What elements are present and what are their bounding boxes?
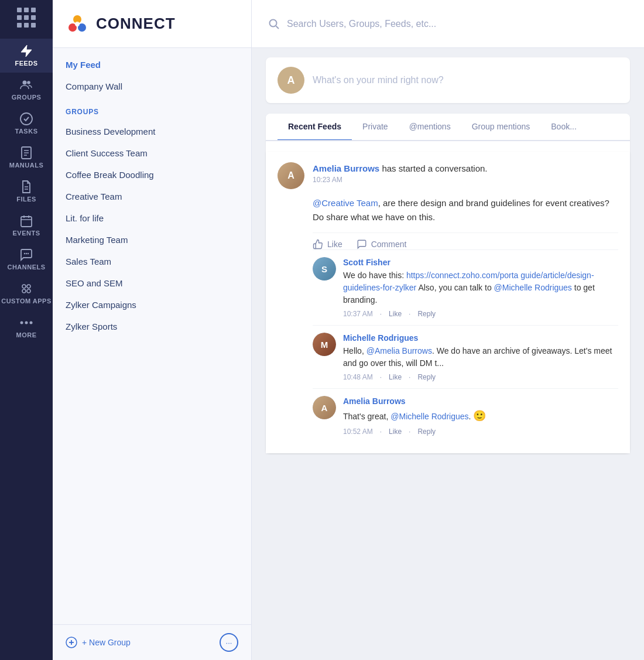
- new-group-button[interactable]: + New Group: [66, 637, 131, 648]
- michelle-text: Hello, @Amelia Burrows. We do have an ar…: [343, 345, 618, 370]
- comment-michelle: M Michelle Rodrigues Hello, @Amelia Burr…: [313, 325, 618, 388]
- feed-my-feed[interactable]: My Feed: [53, 54, 251, 76]
- scott-reply[interactable]: Reply: [417, 310, 436, 318]
- post-time: 10:23 AM: [313, 176, 618, 184]
- group-zylker-campaigns[interactable]: Zylker Campaigns: [53, 294, 251, 316]
- files-icon: [19, 180, 34, 196]
- amelia-reply-text: That's great, @Michelle Rodrigues. 🙂: [343, 408, 618, 424]
- sidebar-item-tasks[interactable]: TASKS: [0, 107, 53, 141]
- michelle-comment-footer: 10:48 AM · Like · Reply: [343, 373, 618, 381]
- michelle-mention: @Amelia Burrows: [366, 346, 432, 355]
- left-panel-header: CONNECT: [53, 0, 251, 48]
- group-lit[interactable]: Lit. for life: [53, 207, 251, 229]
- scott-comment-footer: 10:37 AM · Like · Reply: [343, 310, 618, 318]
- channels-icon: [19, 248, 34, 264]
- svg-point-27: [75, 22, 80, 26]
- feeds-icon: [19, 45, 34, 60]
- svg-point-18: [27, 285, 30, 288]
- group-seo[interactable]: SEO and SEM: [53, 272, 251, 294]
- top-bar: Search Users, Groups, Feeds, etc...: [252, 0, 644, 48]
- group-biz-dev[interactable]: Business Development: [53, 121, 251, 142]
- feed-card-post1: A Amelia Burrows has started a conversat…: [266, 152, 630, 453]
- scott-comment-body: Scott Fisher We do have this: https://co…: [343, 257, 618, 318]
- app-name: CONNECT: [96, 15, 176, 33]
- amelia-reply-footer: 10:52 AM · Like · Reply: [343, 428, 618, 436]
- scott-time: 10:37 AM: [343, 310, 373, 318]
- michelle-like[interactable]: Like: [389, 373, 402, 381]
- tab-mentions[interactable]: @mentions: [399, 114, 461, 141]
- group-creative[interactable]: Creative Team: [53, 186, 251, 207]
- tabs-bar: Recent Feeds Private @mentions Group men…: [266, 114, 630, 141]
- sidebar-item-manuals[interactable]: MANUALS: [0, 141, 53, 175]
- like-button[interactable]: Like: [313, 239, 342, 249]
- tab-recent-feeds[interactable]: Recent Feeds: [278, 114, 352, 141]
- svg-point-1: [23, 81, 27, 85]
- michelle-name: Michelle Rodrigues: [343, 333, 418, 343]
- amelia-reply-like[interactable]: Like: [389, 428, 402, 436]
- events-icon: [19, 214, 34, 230]
- post-body: @Creative Team, are there design and bra…: [313, 196, 618, 224]
- scott-mention: @Michelle Rodrigues: [494, 283, 572, 292]
- left-panel: CONNECT My Feed Company Wall GROUPS Busi…: [53, 0, 252, 660]
- michelle-reply[interactable]: Reply: [417, 373, 436, 381]
- logo-area: CONNECT: [64, 11, 176, 37]
- amelia-reply-reply[interactable]: Reply: [417, 428, 436, 436]
- svg-point-21: [20, 322, 23, 324]
- sidebar-item-files[interactable]: FILES: [0, 175, 53, 208]
- left-panel-footer: + New Group ···: [53, 624, 251, 660]
- tab-private[interactable]: Private: [352, 114, 399, 141]
- sidebar-item-groups[interactable]: GROUPS: [0, 73, 53, 107]
- post-actions: Like Comment: [313, 232, 618, 249]
- comment-button[interactable]: Comment: [357, 239, 407, 249]
- sidebar-item-more[interactable]: MORE: [0, 310, 53, 344]
- svg-line-32: [276, 26, 279, 29]
- feed-company-wall[interactable]: Company Wall: [53, 76, 251, 97]
- sidebar-item-events[interactable]: EVENTS: [0, 208, 53, 242]
- sidebar-item-channels[interactable]: CHANNELS: [0, 242, 53, 276]
- post-placeholder[interactable]: What's on your mind right now?: [313, 75, 444, 86]
- like-icon: [313, 239, 323, 249]
- post-header: A Amelia Burrows has started a conversat…: [278, 162, 618, 189]
- amelia-mention: @Michelle Rodrigues: [390, 412, 468, 421]
- svg-rect-10: [21, 217, 32, 227]
- search-area[interactable]: Search Users, Groups, Feeds, etc...: [268, 18, 436, 30]
- comment-thread: S Scott Fisher We do have this: https://…: [313, 249, 618, 443]
- comment-label: Comment: [371, 240, 407, 249]
- svg-point-14: [24, 253, 25, 254]
- tab-bookmarks[interactable]: Book...: [540, 114, 587, 141]
- sidebar-item-custom-apps[interactable]: CUSTOM APPS: [0, 276, 53, 310]
- comment-amelia-reply: A Amelia Burrows That's great, @Michelle…: [313, 388, 618, 443]
- custom-apps-icon: [19, 282, 34, 297]
- svg-point-19: [22, 289, 26, 293]
- group-sales[interactable]: Sales Team: [53, 251, 251, 272]
- group-coffee[interactable]: Coffee Break Doodling: [53, 164, 251, 186]
- post-box: A What's on your mind right now?: [266, 57, 630, 103]
- post-author-line: Amelia Burrows has started a conversatio…: [313, 162, 618, 175]
- post-author-avatar: A: [278, 162, 304, 189]
- main-content: Search Users, Groups, Feeds, etc... A Wh…: [252, 0, 644, 660]
- scott-avatar: S: [313, 257, 336, 281]
- grid-menu-icon[interactable]: [16, 7, 37, 28]
- search-placeholder: Search Users, Groups, Feeds, etc...: [287, 19, 436, 29]
- svg-point-31: [270, 19, 277, 26]
- amelia-reply-name: Amelia Burrows: [343, 396, 406, 406]
- left-panel-content: My Feed Company Wall GROUPS Business Dev…: [53, 48, 251, 624]
- svg-point-22: [25, 322, 28, 324]
- tab-group-mentions[interactable]: Group mentions: [461, 114, 541, 141]
- group-marketing[interactable]: Marketing Team: [53, 229, 251, 251]
- amelia-reply-avatar: A: [313, 396, 336, 419]
- svg-point-17: [22, 285, 26, 288]
- scott-name: Scott Fisher: [343, 258, 390, 267]
- amelia-reply-face: A: [313, 396, 336, 419]
- user-avatar-initials: A: [278, 67, 304, 94]
- group-zylker-sports[interactable]: Zylker Sports: [53, 316, 251, 337]
- like-label: Like: [327, 240, 342, 249]
- post-author-name: Amelia Burrows: [313, 163, 379, 173]
- icon-sidebar: FEEDS GROUPS TASKS: [0, 0, 53, 660]
- sidebar-more-button[interactable]: ···: [220, 633, 238, 652]
- scott-like[interactable]: Like: [389, 310, 402, 318]
- feed-area: A What's on your mind right now? Recent …: [252, 48, 644, 660]
- group-client-success[interactable]: Client Success Team: [53, 142, 251, 164]
- post-meta: Amelia Burrows has started a conversatio…: [313, 162, 618, 184]
- sidebar-item-feeds[interactable]: FEEDS: [0, 39, 53, 73]
